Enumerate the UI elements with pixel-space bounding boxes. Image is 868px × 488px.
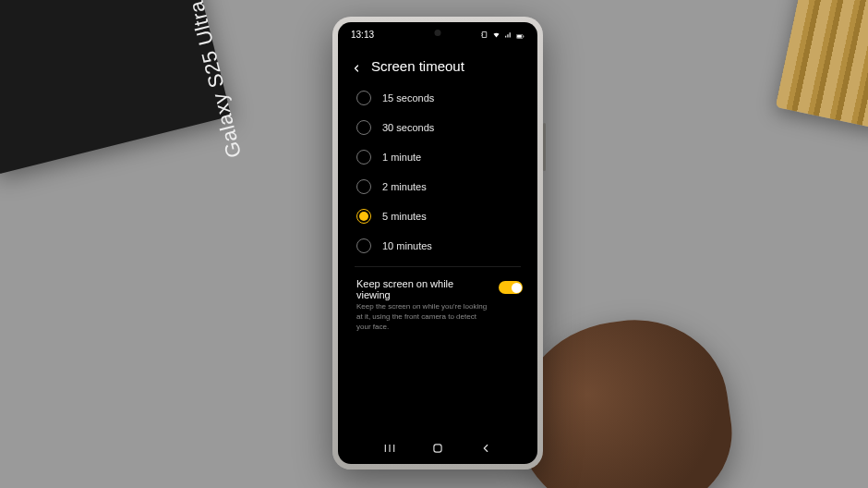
option-15-seconds[interactable]: 15 seconds [344,83,532,113]
svg-rect-7 [434,445,441,452]
product-box-label: Galaxy S25 Ultra [184,0,246,160]
navigation-bar [338,442,537,455]
option-5-minutes[interactable]: 5 minutes [344,201,532,231]
wood-prop [776,0,868,130]
radio-icon [356,150,371,165]
wifi-icon [492,30,500,39]
option-2-minutes[interactable]: 2 minutes [344,172,532,201]
radio-icon [356,91,371,105]
home-icon[interactable] [431,442,444,455]
battery-icon [516,30,524,39]
svg-rect-2 [517,35,522,38]
product-box: Galaxy S25 Ultra [0,0,231,174]
option-label: 30 seconds [382,122,434,133]
signal-icon [504,30,512,39]
option-label: 1 minute [382,152,421,163]
option-10-minutes[interactable]: 10 minutes [344,231,532,261]
phone-side-button [543,123,546,171]
front-camera-notch [435,30,441,36]
page-title: Screen timeout [371,58,464,74]
phone-screen: 13:13 Screen timeout 15 secon [338,22,537,464]
option-label: 15 seconds [382,92,434,104]
radio-icon [356,179,371,194]
vibrate-icon [480,30,488,39]
recents-icon[interactable] [383,442,396,455]
radio-icon [356,120,371,135]
phone-frame: 13:13 Screen timeout 15 secon [332,17,543,470]
toggle-title: Keep screen on while viewing [356,278,489,300]
option-label: 5 minutes [382,211,427,222]
back-nav-icon[interactable] [479,442,492,455]
svg-rect-3 [524,36,524,38]
page-header: Screen timeout [338,42,537,83]
option-label: 2 minutes [382,181,427,192]
timeout-options-list: 15 seconds 30 seconds 1 minute 2 minutes… [338,83,537,261]
back-icon[interactable] [351,61,362,72]
radio-icon [356,238,371,253]
toggle-description: Keep the screen on while you're looking … [356,302,489,332]
option-label: 10 minutes [382,240,432,251]
radio-icon-selected [356,209,371,224]
toggle-switch[interactable] [499,281,523,294]
option-1-minute[interactable]: 1 minute [344,142,532,172]
status-time: 13:13 [351,30,374,40]
keep-screen-on-row[interactable]: Keep screen on while viewing Keep the sc… [338,267,537,339]
option-30-seconds[interactable]: 30 seconds [344,113,532,142]
